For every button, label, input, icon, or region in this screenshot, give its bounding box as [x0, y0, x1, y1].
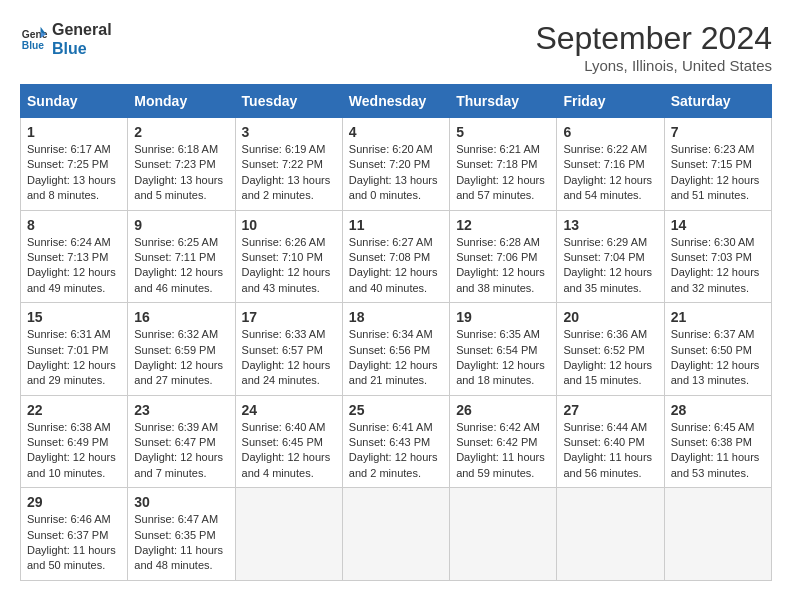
header-monday: Monday — [128, 85, 235, 118]
day-number: 30 — [134, 494, 228, 510]
logo-general: General — [52, 20, 112, 39]
day-number: 4 — [349, 124, 443, 140]
calendar-header-row: Sunday Monday Tuesday Wednesday Thursday… — [21, 85, 772, 118]
cell-text: Sunrise: 6:23 AMSunset: 7:15 PMDaylight:… — [671, 143, 760, 201]
cell-text: Sunrise: 6:18 AMSunset: 7:23 PMDaylight:… — [134, 143, 223, 201]
day-number: 8 — [27, 217, 121, 233]
calendar-title-area: September 2024 Lyons, Illinois, United S… — [535, 20, 772, 74]
cell-text: Sunrise: 6:44 AMSunset: 6:40 PMDaylight:… — [563, 421, 652, 479]
calendar-cell: 29 Sunrise: 6:46 AMSunset: 6:37 PMDaylig… — [21, 488, 128, 581]
cell-text: Sunrise: 6:46 AMSunset: 6:37 PMDaylight:… — [27, 513, 116, 571]
month-title: September 2024 — [535, 20, 772, 57]
calendar-cell: 22 Sunrise: 6:38 AMSunset: 6:49 PMDaylig… — [21, 395, 128, 488]
header-friday: Friday — [557, 85, 664, 118]
calendar-cell: 15 Sunrise: 6:31 AMSunset: 7:01 PMDaylig… — [21, 303, 128, 396]
calendar-cell: 12 Sunrise: 6:28 AMSunset: 7:06 PMDaylig… — [450, 210, 557, 303]
day-number: 27 — [563, 402, 657, 418]
calendar-cell: 9 Sunrise: 6:25 AMSunset: 7:11 PMDayligh… — [128, 210, 235, 303]
calendar-cell — [342, 488, 449, 581]
cell-text: Sunrise: 6:40 AMSunset: 6:45 PMDaylight:… — [242, 421, 331, 479]
day-number: 23 — [134, 402, 228, 418]
calendar-cell: 26 Sunrise: 6:42 AMSunset: 6:42 PMDaylig… — [450, 395, 557, 488]
cell-text: Sunrise: 6:39 AMSunset: 6:47 PMDaylight:… — [134, 421, 223, 479]
day-number: 9 — [134, 217, 228, 233]
day-number: 1 — [27, 124, 121, 140]
day-number: 18 — [349, 309, 443, 325]
calendar-cell: 13 Sunrise: 6:29 AMSunset: 7:04 PMDaylig… — [557, 210, 664, 303]
calendar-row: 8 Sunrise: 6:24 AMSunset: 7:13 PMDayligh… — [21, 210, 772, 303]
cell-text: Sunrise: 6:17 AMSunset: 7:25 PMDaylight:… — [27, 143, 116, 201]
calendar-cell: 10 Sunrise: 6:26 AMSunset: 7:10 PMDaylig… — [235, 210, 342, 303]
day-number: 14 — [671, 217, 765, 233]
day-number: 6 — [563, 124, 657, 140]
logo-icon: General Blue — [20, 25, 48, 53]
calendar-cell: 2 Sunrise: 6:18 AMSunset: 7:23 PMDayligh… — [128, 118, 235, 211]
cell-text: Sunrise: 6:27 AMSunset: 7:08 PMDaylight:… — [349, 236, 438, 294]
calendar-cell: 1 Sunrise: 6:17 AMSunset: 7:25 PMDayligh… — [21, 118, 128, 211]
cell-text: Sunrise: 6:25 AMSunset: 7:11 PMDaylight:… — [134, 236, 223, 294]
calendar-table: Sunday Monday Tuesday Wednesday Thursday… — [20, 84, 772, 581]
calendar-cell: 8 Sunrise: 6:24 AMSunset: 7:13 PMDayligh… — [21, 210, 128, 303]
cell-text: Sunrise: 6:47 AMSunset: 6:35 PMDaylight:… — [134, 513, 223, 571]
location-title: Lyons, Illinois, United States — [535, 57, 772, 74]
header-wednesday: Wednesday — [342, 85, 449, 118]
cell-text: Sunrise: 6:29 AMSunset: 7:04 PMDaylight:… — [563, 236, 652, 294]
day-number: 3 — [242, 124, 336, 140]
cell-text: Sunrise: 6:31 AMSunset: 7:01 PMDaylight:… — [27, 328, 116, 386]
day-number: 15 — [27, 309, 121, 325]
day-number: 26 — [456, 402, 550, 418]
cell-text: Sunrise: 6:35 AMSunset: 6:54 PMDaylight:… — [456, 328, 545, 386]
calendar-cell: 4 Sunrise: 6:20 AMSunset: 7:20 PMDayligh… — [342, 118, 449, 211]
day-number: 17 — [242, 309, 336, 325]
day-number: 2 — [134, 124, 228, 140]
day-number: 12 — [456, 217, 550, 233]
cell-text: Sunrise: 6:28 AMSunset: 7:06 PMDaylight:… — [456, 236, 545, 294]
header-thursday: Thursday — [450, 85, 557, 118]
calendar-cell: 27 Sunrise: 6:44 AMSunset: 6:40 PMDaylig… — [557, 395, 664, 488]
day-number: 20 — [563, 309, 657, 325]
page-header: General Blue General Blue September 2024… — [20, 20, 772, 74]
calendar-row: 29 Sunrise: 6:46 AMSunset: 6:37 PMDaylig… — [21, 488, 772, 581]
calendar-cell: 5 Sunrise: 6:21 AMSunset: 7:18 PMDayligh… — [450, 118, 557, 211]
cell-text: Sunrise: 6:30 AMSunset: 7:03 PMDaylight:… — [671, 236, 760, 294]
day-number: 21 — [671, 309, 765, 325]
calendar-cell: 14 Sunrise: 6:30 AMSunset: 7:03 PMDaylig… — [664, 210, 771, 303]
logo: General Blue General Blue — [20, 20, 112, 58]
cell-text: Sunrise: 6:20 AMSunset: 7:20 PMDaylight:… — [349, 143, 438, 201]
day-number: 28 — [671, 402, 765, 418]
calendar-cell: 20 Sunrise: 6:36 AMSunset: 6:52 PMDaylig… — [557, 303, 664, 396]
calendar-cell: 23 Sunrise: 6:39 AMSunset: 6:47 PMDaylig… — [128, 395, 235, 488]
day-number: 13 — [563, 217, 657, 233]
header-saturday: Saturday — [664, 85, 771, 118]
cell-text: Sunrise: 6:26 AMSunset: 7:10 PMDaylight:… — [242, 236, 331, 294]
calendar-cell: 21 Sunrise: 6:37 AMSunset: 6:50 PMDaylig… — [664, 303, 771, 396]
day-number: 7 — [671, 124, 765, 140]
calendar-cell — [664, 488, 771, 581]
calendar-cell: 18 Sunrise: 6:34 AMSunset: 6:56 PMDaylig… — [342, 303, 449, 396]
calendar-cell: 24 Sunrise: 6:40 AMSunset: 6:45 PMDaylig… — [235, 395, 342, 488]
calendar-cell — [235, 488, 342, 581]
calendar-row: 22 Sunrise: 6:38 AMSunset: 6:49 PMDaylig… — [21, 395, 772, 488]
calendar-row: 1 Sunrise: 6:17 AMSunset: 7:25 PMDayligh… — [21, 118, 772, 211]
day-number: 19 — [456, 309, 550, 325]
cell-text: Sunrise: 6:45 AMSunset: 6:38 PMDaylight:… — [671, 421, 760, 479]
calendar-cell — [450, 488, 557, 581]
svg-text:Blue: Blue — [22, 40, 45, 51]
logo-blue: Blue — [52, 39, 112, 58]
cell-text: Sunrise: 6:36 AMSunset: 6:52 PMDaylight:… — [563, 328, 652, 386]
cell-text: Sunrise: 6:33 AMSunset: 6:57 PMDaylight:… — [242, 328, 331, 386]
calendar-cell: 28 Sunrise: 6:45 AMSunset: 6:38 PMDaylig… — [664, 395, 771, 488]
calendar-cell — [557, 488, 664, 581]
calendar-cell: 25 Sunrise: 6:41 AMSunset: 6:43 PMDaylig… — [342, 395, 449, 488]
cell-text: Sunrise: 6:42 AMSunset: 6:42 PMDaylight:… — [456, 421, 545, 479]
day-number: 16 — [134, 309, 228, 325]
day-number: 22 — [27, 402, 121, 418]
cell-text: Sunrise: 6:32 AMSunset: 6:59 PMDaylight:… — [134, 328, 223, 386]
header-sunday: Sunday — [21, 85, 128, 118]
cell-text: Sunrise: 6:37 AMSunset: 6:50 PMDaylight:… — [671, 328, 760, 386]
cell-text: Sunrise: 6:21 AMSunset: 7:18 PMDaylight:… — [456, 143, 545, 201]
day-number: 24 — [242, 402, 336, 418]
calendar-cell: 11 Sunrise: 6:27 AMSunset: 7:08 PMDaylig… — [342, 210, 449, 303]
cell-text: Sunrise: 6:38 AMSunset: 6:49 PMDaylight:… — [27, 421, 116, 479]
day-number: 25 — [349, 402, 443, 418]
